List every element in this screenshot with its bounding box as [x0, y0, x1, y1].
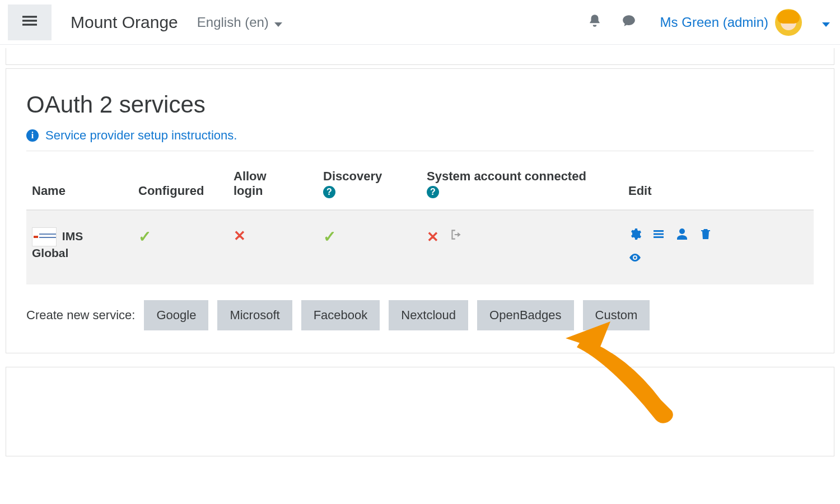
settings-icon[interactable]	[628, 227, 642, 241]
next-card-stub	[6, 367, 834, 456]
create-openbadges-button[interactable]: OpenBadges	[477, 300, 573, 330]
page-title: OAuth 2 services	[26, 91, 814, 118]
col-name: Name	[26, 156, 133, 210]
cell-name: IMS Global	[26, 210, 133, 284]
user-name: Ms Green (admin)	[660, 15, 768, 30]
chat-icon	[621, 13, 637, 31]
cell-edit	[623, 210, 814, 284]
user-menu[interactable]: Ms Green (admin)	[649, 9, 830, 36]
previous-card-stub	[6, 48, 834, 65]
svg-rect-1	[22, 20, 37, 21]
svg-rect-0	[22, 16, 37, 17]
x-icon: ✕	[427, 228, 439, 245]
col-configured: Configured	[133, 156, 228, 210]
help-icon[interactable]: ?	[323, 186, 335, 198]
language-label: English (en)	[197, 15, 269, 30]
check-icon: ✓	[138, 228, 151, 245]
messages-button[interactable]	[614, 13, 643, 31]
site-brand[interactable]: Mount Orange	[57, 13, 192, 32]
user-icon[interactable]	[675, 227, 689, 241]
caret-down-icon	[274, 15, 282, 30]
col-edit: Edit	[623, 156, 814, 210]
cell-allow-login: ✕	[228, 210, 318, 284]
create-custom-button[interactable]: Custom	[583, 300, 650, 330]
nav-toggle-button[interactable]	[8, 4, 52, 40]
service-logo-icon	[32, 227, 57, 246]
list-icon[interactable]	[652, 227, 665, 241]
notifications-button[interactable]	[581, 13, 609, 31]
setup-instructions-link[interactable]: Service provider setup instructions.	[45, 128, 237, 143]
trash-icon[interactable]	[699, 227, 712, 241]
svg-rect-4	[654, 234, 664, 235]
connect-account-icon[interactable]	[449, 227, 464, 242]
create-service-row: Create new service: Google Microsoft Fac…	[26, 300, 814, 330]
create-facebook-button[interactable]: Facebook	[301, 300, 380, 330]
eye-icon[interactable]	[628, 251, 642, 264]
svg-rect-2	[22, 24, 37, 25]
create-microsoft-button[interactable]: Microsoft	[217, 300, 292, 330]
help-icon[interactable]: ?	[427, 186, 439, 198]
col-allow-login: Allow login	[228, 156, 318, 210]
svg-rect-5	[654, 236, 664, 238]
create-google-button[interactable]: Google	[144, 300, 208, 330]
x-icon: ✕	[234, 227, 246, 244]
col-system-account: System account connected ?	[421, 156, 623, 210]
create-nextcloud-button[interactable]: Nextcloud	[389, 300, 468, 330]
user-avatar	[775, 9, 802, 36]
oauth-services-table: Name Configured Allow login Discovery ? …	[26, 156, 814, 284]
setup-instructions-row: i Service provider setup instructions.	[26, 128, 814, 151]
cell-configured: ✓	[133, 210, 228, 284]
oauth-services-card: OAuth 2 services i Service provider setu…	[6, 68, 834, 353]
bell-icon	[587, 13, 602, 31]
col-discovery: Discovery ?	[318, 156, 421, 210]
hamburger-icon	[22, 13, 37, 31]
table-row: IMS Global ✓ ✕ ✓ ✕	[26, 210, 814, 284]
cell-discovery: ✓	[318, 210, 421, 284]
info-icon: i	[26, 129, 39, 142]
svg-rect-3	[654, 230, 664, 232]
cell-system-account: ✕	[421, 210, 623, 284]
create-service-label: Create new service:	[26, 308, 135, 323]
top-navbar: Mount Orange English (en) Ms Green (admi…	[0, 0, 840, 45]
check-icon: ✓	[323, 228, 336, 245]
caret-down-icon	[809, 15, 830, 30]
language-selector[interactable]: English (en)	[197, 15, 282, 30]
